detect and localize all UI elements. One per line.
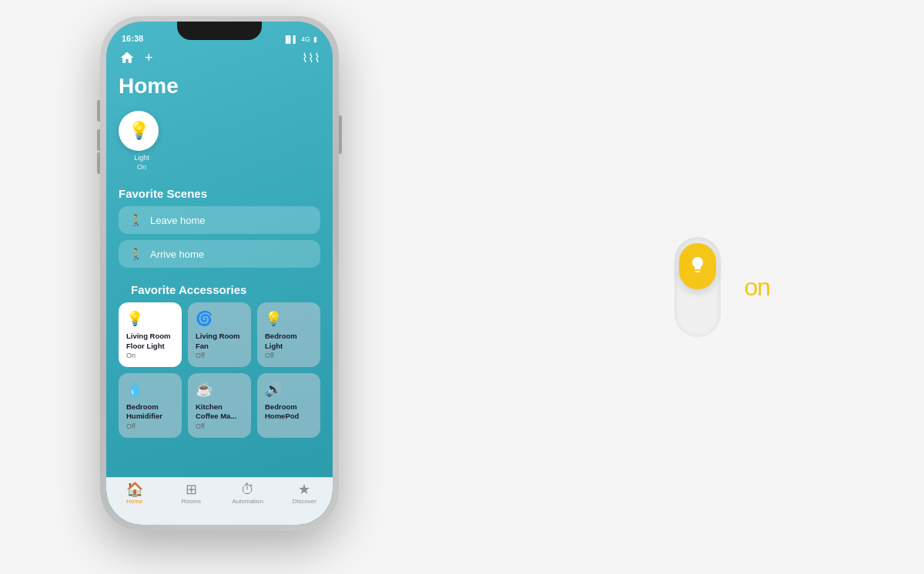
toggle-switch[interactable] <box>675 237 721 337</box>
home-icon-button[interactable] <box>119 49 136 66</box>
arrive-home-label: Arrive home <box>150 249 204 260</box>
fan-icon: 🌀 <box>196 310 243 327</box>
accessory-bedroom-humidifier[interactable]: 💧 Bedroom Humidifier Off <box>119 373 182 438</box>
signal-icon: ▐▌▌ <box>283 35 298 43</box>
siri-button[interactable]: ⌇⌇⌇ <box>302 51 320 65</box>
bedroom-light-name: Bedroom Light <box>265 332 313 351</box>
homepod-name: Bedroom HomePod <box>265 402 313 422</box>
accessory-living-room-floor-light[interactable]: 💡 Living Room Floor Light On <box>119 302 182 367</box>
status-time: 16:38 <box>122 34 143 43</box>
fan-status: Off <box>196 352 243 359</box>
battery-icon: ▮ <box>313 35 317 43</box>
phone-notch <box>177 22 262 40</box>
humidifier-status: Off <box>126 422 174 430</box>
leave-home-icon: 🚶 <box>129 214 142 226</box>
coffee-name: Kitchen Coffee Ma... <box>196 402 243 422</box>
phone-screen: 16:38 ▐▌▌ 4G ▮ + ⌇⌇⌇ <box>106 22 333 525</box>
accessory-bedroom-light[interactable]: 💡 Bedroom Light Off <box>257 302 320 367</box>
accessory-kitchen-coffee[interactable]: ☕ Kitchen Coffee Ma... Off <box>188 373 251 438</box>
humidifier-icon: 💧 <box>126 381 174 398</box>
tab-discover[interactable]: ★ Discover <box>276 482 333 505</box>
page-title: Home <box>106 72 333 108</box>
toggle-knob <box>679 243 716 289</box>
floor-light-name: Living Room Floor Light <box>126 332 174 351</box>
bedroom-light-icon: 💡 <box>265 310 313 327</box>
fan-name: Living Room Fan <box>196 332 243 351</box>
screen-content: + ⌇⌇⌇ Home 💡 Light On Favorite Scene <box>106 22 333 525</box>
toggle-light-icon <box>688 255 707 278</box>
light-circle: 💡 <box>119 111 159 151</box>
favorite-scenes-title: Favorite Scenes <box>106 184 333 206</box>
light-status-label: Light On <box>119 154 165 172</box>
tab-automation[interactable]: ⏱ Automation <box>219 482 276 505</box>
bedroom-light-status: Off <box>265 352 313 359</box>
tab-home-label: Home <box>126 498 142 505</box>
humidifier-name: Bedroom Humidifier <box>126 402 174 422</box>
light-widget[interactable]: 💡 Light On <box>119 111 165 172</box>
arrive-home-icon: 🚶 <box>129 248 142 260</box>
status-icons: ▐▌▌ 4G ▮ <box>283 35 317 43</box>
coffee-icon: ☕ <box>196 381 243 398</box>
tab-automation-label: Automation <box>233 498 263 505</box>
phone-frame: 16:38 ▐▌▌ 4G ▮ + ⌇⌇⌇ <box>100 15 339 531</box>
toggle-area: on <box>675 237 770 337</box>
house-icon <box>119 50 135 65</box>
tab-bar: 🏠 Home ⊞ Rooms ⏱ Automation ★ Discover <box>106 477 333 525</box>
favorite-accessories-title: Favorite Accessories <box>119 280 320 302</box>
tab-home-icon: 🏠 <box>126 482 143 496</box>
toggle-state-label: on <box>744 273 770 302</box>
leave-home-label: Leave home <box>150 215 206 226</box>
tab-discover-icon: ★ <box>298 482 310 496</box>
tab-rooms-icon: ⊞ <box>186 482 197 496</box>
phone-container: 16:38 ▐▌▌ 4G ▮ + ⌇⌇⌇ <box>100 15 339 531</box>
tab-discover-label: Discover <box>293 498 316 505</box>
leave-home-scene[interactable]: 🚶 Leave home <box>119 206 320 234</box>
accessory-bedroom-homepod[interactable]: 🔊 Bedroom HomePod <box>257 373 320 438</box>
accessory-living-room-fan[interactable]: 🌀 Living Room Fan Off <box>188 302 251 367</box>
homepod-icon: 🔊 <box>265 381 313 398</box>
tab-rooms-label: Rooms <box>182 498 201 505</box>
tab-home[interactable]: 🏠 Home <box>106 482 163 505</box>
favorite-accessories-section: Favorite Accessories <box>106 274 333 302</box>
network-label: 4G <box>301 35 310 43</box>
bulb-svg <box>688 255 707 274</box>
toggle-container: on <box>675 237 770 337</box>
tab-rooms[interactable]: ⊞ Rooms <box>163 482 220 505</box>
floor-light-status: On <box>126 352 174 359</box>
arrive-home-scene[interactable]: 🚶 Arrive home <box>119 240 320 268</box>
add-button[interactable]: + <box>145 51 153 65</box>
accessories-grid: 💡 Living Room Floor Light On 🌀 Living Ro… <box>106 302 333 443</box>
light-bulb-icon: 💡 <box>129 121 149 141</box>
coffee-status: Off <box>196 422 243 430</box>
tab-automation-icon: ⏱ <box>241 482 255 496</box>
floor-light-icon: 💡 <box>126 310 174 327</box>
